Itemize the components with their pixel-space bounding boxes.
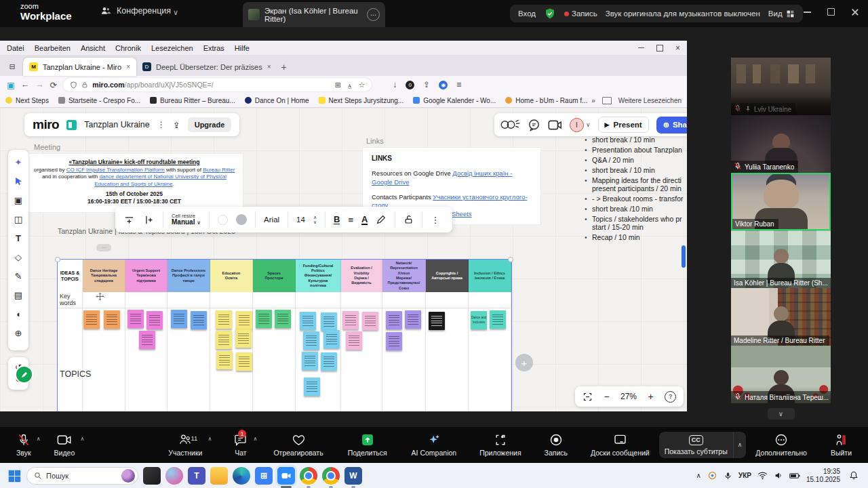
downloads-icon[interactable]: ↓	[393, 80, 397, 89]
sticky-note[interactable]	[386, 332, 402, 350]
table-cell[interactable]	[382, 292, 425, 308]
sticky-note[interactable]	[300, 312, 316, 330]
miro-logo[interactable]: miro	[33, 117, 59, 132]
view-button[interactable]: Вид	[768, 9, 795, 18]
table-column-header[interactable]: Education Освіта	[210, 260, 253, 292]
tray-expand-chevron[interactable]: ∧	[696, 472, 701, 479]
highlight-pen-icon[interactable]	[376, 214, 387, 225]
record-button[interactable]: Запись	[538, 433, 574, 457]
tab-close-icon[interactable]: ×	[126, 63, 130, 70]
sticky-note[interactable]	[171, 310, 187, 328]
miro-canvas[interactable]: Meeting «Tanzplan Ukraine» kick-off roun…	[0, 108, 687, 411]
comment-icon[interactable]	[528, 119, 540, 131]
table-handle-topright[interactable]	[508, 257, 513, 262]
leave-button[interactable]: Выйти	[824, 433, 859, 457]
video-call-icon[interactable]	[548, 119, 562, 131]
bold-button[interactable]: B	[334, 215, 340, 224]
video-button[interactable]: Видео ∧	[47, 433, 82, 457]
table-cell[interactable]	[253, 292, 295, 308]
tab-close-icon[interactable]: ×	[267, 63, 271, 70]
tab-conference[interactable]: Конференция	[100, 5, 171, 16]
tab-screen-share[interactable]: Экран (Isa Köhler | Bureau Ritter) ⋯	[243, 2, 385, 27]
table-cell[interactable]	[210, 292, 252, 308]
sticky-note[interactable]	[386, 311, 402, 329]
recording-indicator[interactable]: Запись	[564, 9, 597, 18]
frames-tool-icon[interactable]: ▣	[12, 193, 25, 207]
app-menu-icon[interactable]: ≡	[456, 80, 461, 89]
sticky-note[interactable]: Dance and Inclusion	[471, 311, 487, 329]
translate-icon[interactable]: ꭺ̲	[348, 81, 352, 89]
battery-icon[interactable]	[789, 472, 800, 480]
menu-lesezeichen[interactable]: Lesezeichen	[151, 44, 193, 52]
original-sound-status[interactable]: Звук оригинала для музыкантов выключен	[606, 9, 760, 18]
tracking-shield-icon[interactable]	[70, 81, 77, 89]
zoom-level[interactable]: 27%	[620, 392, 637, 401]
sticky-note[interactable]	[342, 311, 359, 329]
sticky-note[interactable]	[216, 331, 232, 349]
send-tab-icon[interactable]: ⇪	[423, 80, 430, 89]
text-tool-icon[interactable]: T	[12, 231, 25, 245]
chat-button[interactable]: 1 Чат ∧	[226, 433, 254, 457]
comment-tool-icon[interactable]: ◖	[12, 307, 25, 321]
bookmark-item[interactable]: Startseite - Crespo Fo...	[58, 97, 140, 104]
menu-datei[interactable]: Datei	[7, 44, 24, 52]
add-more-icon[interactable]: ⊕	[12, 326, 25, 340]
templates-icon[interactable]: ✦	[12, 155, 25, 169]
upgrade-button[interactable]: Upgrade	[188, 117, 232, 132]
taskbar-store-icon[interactable]: ⊞	[255, 467, 273, 485]
zoom-out-button[interactable]: −	[604, 391, 609, 402]
font-select[interactable]: Arial	[264, 216, 279, 224]
meeting-note[interactable]: «Tanzplan Ukraine» kick-off roundtable m…	[26, 154, 243, 212]
search-input[interactable]: Пошук	[26, 467, 138, 485]
align-button[interactable]: ≡	[348, 215, 353, 225]
table-column-header[interactable]: Urgent Support Термінова підтримка	[125, 260, 167, 292]
bookmark-item[interactable]: Bureau Ritter – Bureau...	[150, 97, 235, 104]
table-cell[interactable]: TOPICS	[58, 308, 82, 411]
wifi-icon[interactable]	[757, 471, 768, 480]
sticky-note[interactable]	[127, 310, 144, 328]
sticky-note[interactable]	[346, 331, 362, 350]
adblock-icon[interactable]: 0	[406, 81, 414, 89]
sticky-note[interactable]	[216, 310, 232, 329]
participant-video[interactable]: Viktor Ruban	[731, 173, 831, 230]
minimize-button[interactable]	[804, 12, 811, 13]
bookmark-item[interactable]: Next Steps	[5, 97, 49, 104]
captions-menu-chevron[interactable]: ∧	[733, 432, 747, 458]
save-page-icon[interactable]: ⊞	[335, 81, 341, 89]
help-icon[interactable]: ?	[665, 391, 676, 403]
fill-gray-swatch[interactable]	[236, 214, 247, 225]
table-column-header[interactable]: Copyrights / Авторські права	[426, 260, 469, 292]
share-screen-button[interactable]: Поделиться	[341, 433, 394, 457]
sticky-note[interactable]	[139, 331, 155, 349]
taskbar-explorer-icon[interactable]	[210, 467, 228, 485]
sticky-note[interactable]	[191, 311, 207, 329]
sticky-note[interactable]	[321, 312, 337, 331]
frame-label-links[interactable]: Links	[366, 137, 384, 145]
search-highlight-image[interactable]	[121, 469, 135, 483]
table-column-header[interactable]: Inclusion / Ethics Інклюзія / Етика	[469, 260, 511, 292]
new-tab-button[interactable]: +	[281, 62, 287, 73]
sticky-note[interactable]	[235, 329, 252, 348]
video-menu-chevron[interactable]: ∧	[80, 436, 84, 442]
sticky-note[interactable]	[429, 312, 445, 330]
table-cell[interactable]	[341, 292, 382, 308]
sticky-note[interactable]	[236, 311, 252, 329]
bookmark-item[interactable]: Dance On | Home	[245, 97, 309, 104]
apps-button[interactable]: Приложения	[473, 433, 528, 457]
bookmark-item[interactable]: Home - bUm - Raum f...	[505, 97, 587, 104]
share-button[interactable]: ⊕Share	[656, 117, 687, 134]
menu-hilfe[interactable]: Hilfe	[235, 44, 250, 52]
unlock-icon[interactable]	[403, 214, 414, 225]
menu-ansicht[interactable]: Ansicht	[81, 44, 105, 52]
sticky-tool-icon[interactable]: ▤	[12, 288, 25, 302]
font-size-value[interactable]: 14	[296, 216, 305, 224]
add-column-icon[interactable]	[143, 214, 155, 226]
link-bureau-ritter[interactable]: Bureau Ritter	[203, 167, 235, 173]
other-bookmarks[interactable]: Weitere Lesezeichen	[618, 97, 682, 104]
whiteboards-button[interactable]: Доски сообщений	[584, 433, 656, 457]
taskbar-edge-icon[interactable]	[233, 467, 250, 485]
taskbar-word-icon[interactable]: W	[344, 467, 362, 485]
participants-collapse-chevron[interactable]: ∨	[768, 408, 795, 420]
extension-icon[interactable]: ◉	[439, 81, 448, 89]
table-cell[interactable]	[125, 292, 167, 308]
